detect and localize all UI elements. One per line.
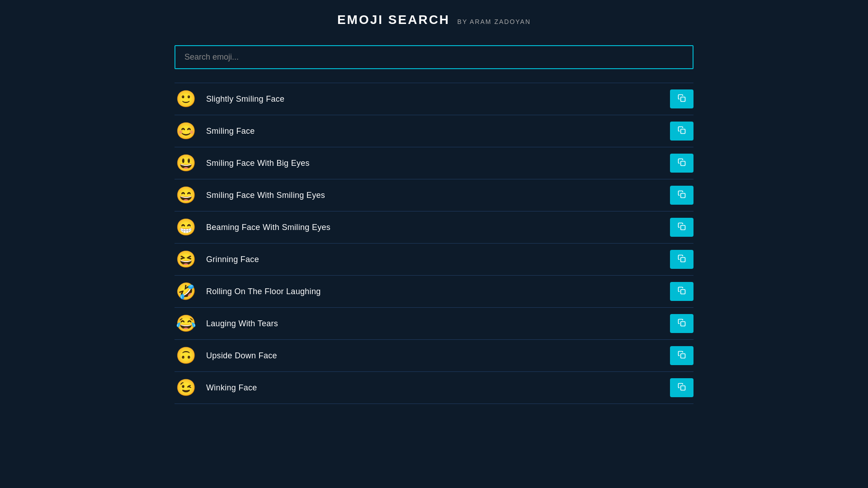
copy-button-upside-down-face[interactable] <box>670 346 693 365</box>
emoji-row-upside-down-face: 🙃Upside Down Face <box>175 340 693 372</box>
emoji-icon-grinning-face: 😆 <box>175 251 197 267</box>
copy-button-smiling-face[interactable] <box>670 122 693 141</box>
copy-icon <box>678 319 686 329</box>
emoji-row-smiling-face-smiling-eyes: 😄Smiling Face With Smiling Eyes <box>175 179 693 211</box>
emoji-icon-slightly-smiling-face: 🙂 <box>175 91 197 107</box>
emoji-name-laughing-with-tears: Lauging With Tears <box>206 319 670 328</box>
emoji-list: 🙂Slightly Smiling Face😊Smiling Face😃Smil… <box>175 83 693 404</box>
emoji-icon-beaming-face-smiling-eyes: 😁 <box>175 219 197 235</box>
copy-button-slightly-smiling-face[interactable] <box>670 89 693 108</box>
emoji-icon-laughing-with-tears: 😂 <box>175 315 197 332</box>
search-input[interactable] <box>175 45 693 69</box>
svg-rect-7 <box>681 321 685 326</box>
copy-icon <box>678 383 686 393</box>
copy-button-winking-face[interactable] <box>670 378 693 397</box>
emoji-name-smiling-face-smiling-eyes: Smiling Face With Smiling Eyes <box>206 191 670 200</box>
copy-icon <box>678 351 686 361</box>
svg-rect-8 <box>681 353 685 358</box>
emoji-name-grinning-face: Grinning Face <box>206 255 670 264</box>
app-title: EMOJI SEARCH <box>337 13 450 27</box>
emoji-name-upside-down-face: Upside Down Face <box>206 351 670 361</box>
copy-button-rolling-floor-laughing[interactable] <box>670 282 693 301</box>
emoji-row-winking-face: 😉Winking Face <box>175 372 693 404</box>
svg-rect-4 <box>681 225 685 230</box>
svg-rect-6 <box>681 289 685 294</box>
copy-button-laughing-with-tears[interactable] <box>670 314 693 333</box>
copy-icon <box>678 190 686 201</box>
emoji-row-rolling-floor-laughing: 🤣Rolling On The Floor Laughing <box>175 276 693 308</box>
copy-icon <box>678 222 686 233</box>
copy-icon <box>678 158 686 169</box>
svg-rect-3 <box>681 193 685 197</box>
copy-icon <box>678 126 686 136</box>
emoji-row-smiling-face-big-eyes: 😃Smiling Face With Big Eyes <box>175 147 693 179</box>
emoji-row-laughing-with-tears: 😂Lauging With Tears <box>175 308 693 340</box>
svg-rect-2 <box>681 161 685 165</box>
emoji-name-winking-face: Winking Face <box>206 383 670 393</box>
emoji-name-slightly-smiling-face: Slightly Smiling Face <box>206 94 670 104</box>
emoji-row-beaming-face-smiling-eyes: 😁Beaming Face With Smiling Eyes <box>175 211 693 244</box>
svg-rect-1 <box>681 129 685 133</box>
header: EMOJI SEARCH BY ARAM ZADOYAN <box>68 0 800 45</box>
emoji-icon-rolling-floor-laughing: 🤣 <box>175 283 197 300</box>
emoji-name-beaming-face-smiling-eyes: Beaming Face With Smiling Eyes <box>206 223 670 232</box>
copy-button-beaming-face-smiling-eyes[interactable] <box>670 218 693 237</box>
emoji-icon-smiling-face-big-eyes: 😃 <box>175 155 197 171</box>
copy-button-grinning-face[interactable] <box>670 250 693 269</box>
emoji-name-smiling-face-big-eyes: Smiling Face With Big Eyes <box>206 159 670 168</box>
emoji-icon-winking-face: 😉 <box>175 380 197 396</box>
svg-rect-5 <box>681 257 685 262</box>
emoji-icon-smiling-face: 😊 <box>175 123 197 139</box>
emoji-row-slightly-smiling-face: 🙂Slightly Smiling Face <box>175 83 693 115</box>
app-author: BY ARAM ZADOYAN <box>458 18 531 25</box>
search-container <box>175 45 693 69</box>
emoji-name-rolling-floor-laughing: Rolling On The Floor Laughing <box>206 287 670 296</box>
copy-icon <box>678 94 686 104</box>
emoji-name-smiling-face: Smiling Face <box>206 127 670 136</box>
page-container: EMOJI SEARCH BY ARAM ZADOYAN 🙂Slightly S… <box>0 0 868 404</box>
copy-icon <box>678 254 686 265</box>
emoji-row-grinning-face: 😆Grinning Face <box>175 244 693 276</box>
svg-rect-0 <box>681 97 685 101</box>
copy-icon <box>678 286 686 297</box>
emoji-row-smiling-face: 😊Smiling Face <box>175 115 693 147</box>
header-title: EMOJI SEARCH BY ARAM ZADOYAN <box>337 13 531 27</box>
copy-button-smiling-face-smiling-eyes[interactable] <box>670 186 693 205</box>
emoji-icon-upside-down-face: 🙃 <box>175 347 197 364</box>
svg-rect-9 <box>681 385 685 390</box>
copy-button-smiling-face-big-eyes[interactable] <box>670 154 693 173</box>
emoji-icon-smiling-face-smiling-eyes: 😄 <box>175 187 197 203</box>
